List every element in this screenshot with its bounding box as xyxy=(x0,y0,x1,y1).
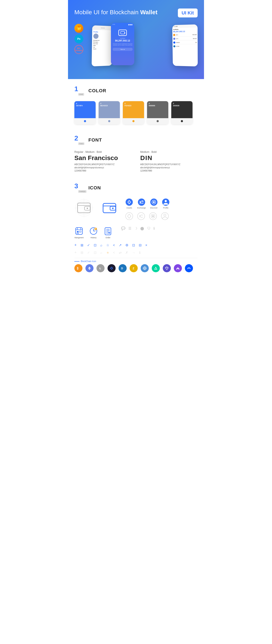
svg-rect-38 xyxy=(77,231,78,232)
svg-marker-3 xyxy=(80,28,81,30)
icon-discover: Discover xyxy=(150,198,158,209)
icon-exchange: Exchange xyxy=(137,198,146,209)
icon-matic xyxy=(174,264,182,272)
icon-wallet-filled xyxy=(100,198,119,218)
icon-moon: ☽ xyxy=(134,226,137,230)
icon-check-ghost: ✓ xyxy=(87,250,90,254)
icon-edit-ghost: ⊞ xyxy=(80,250,83,254)
svg-marker-66 xyxy=(165,266,168,270)
svg-point-25 xyxy=(165,200,167,202)
icon-management: Mangment xyxy=(74,226,84,239)
icon-blackcoin xyxy=(108,264,116,272)
hero-title: Mobile UI for Blockchain Wallet xyxy=(74,8,158,16)
phone-mockup-middle: 9:41 ⬤⬤⬤ myWallet $6,297,502.12 Characte… xyxy=(111,23,134,65)
screens-badge: 60+Screens xyxy=(74,45,83,54)
icon-check: ✓ xyxy=(87,243,90,247)
icon-share: ↗ xyxy=(119,243,122,247)
font-din: Medium · Bold DIN ABCDEFGHIJKLMNOPQRSTUV… xyxy=(140,150,198,172)
svg-point-20 xyxy=(138,198,145,206)
icon-ethereum xyxy=(86,264,94,272)
color-section: 1 ONE COLOR #3574FA #8DA0C8 #F5A623 xyxy=(68,79,204,128)
font-grid: Regular · Medium · Bold San Francisco AB… xyxy=(74,150,198,172)
icon-waves xyxy=(185,264,193,272)
svg-marker-27 xyxy=(128,214,131,218)
color-swatches: #3574FA #8DA0C8 #F5A623 #666666 xyxy=(74,101,198,124)
crypto-icons-row: ₿ Ł D Z xyxy=(74,264,198,272)
blockchain-icon-label: BlockChain Icon xyxy=(74,260,198,262)
ui-kit-badge: UI Kit xyxy=(178,8,198,18)
icon-search: ⌕ xyxy=(100,243,102,247)
icon-circle: ⬤ xyxy=(140,226,144,230)
svg-point-26 xyxy=(126,212,133,220)
svg-point-31 xyxy=(152,215,154,217)
icon-construction-grid xyxy=(74,198,94,218)
svg-marker-52 xyxy=(88,266,91,269)
phone-mockup-right: + 12-898 myWallet $6,297,502.12 BTC 738-… xyxy=(172,24,198,66)
svg-point-28 xyxy=(138,212,145,220)
svg-text:Ł: Ł xyxy=(100,267,101,270)
icon-plus-ghost: + xyxy=(74,250,77,255)
svg-point-33 xyxy=(164,214,166,216)
icon-plus: + xyxy=(74,243,77,248)
svg-text:₿: ₿ xyxy=(77,266,78,270)
icon-history: History xyxy=(89,226,98,239)
color-section-title: COLOR xyxy=(88,88,106,94)
svg-point-23 xyxy=(153,201,155,203)
svg-text:Z: Z xyxy=(132,267,134,270)
icon-litecoin: Ł xyxy=(96,264,104,272)
section-number-1: 1 ONE xyxy=(74,86,85,96)
svg-rect-43 xyxy=(105,228,111,235)
svg-rect-13 xyxy=(103,204,116,213)
icon-profile: Profile xyxy=(162,198,170,209)
icon-back: < xyxy=(113,243,115,247)
font-section-title: FONT xyxy=(88,137,102,143)
icon-chat: 💬 xyxy=(121,226,126,230)
utility-icons-row-2: + ⊞ ✓ ⊡ ⌕ ★ < ⇄ ✗ → ℹ xyxy=(74,250,198,255)
icon-x-ghost: ✗ xyxy=(126,250,128,254)
icon-section-title: ICON xyxy=(88,185,101,191)
color-card-orange: #F5A623 xyxy=(123,101,144,124)
icon-qr: ⊡ xyxy=(94,243,96,247)
color-card-steel: #8DA0C8 xyxy=(98,101,120,124)
icon-search-ghost: ⌕ xyxy=(100,251,102,254)
icon-expand: ⊟ xyxy=(139,243,142,247)
svg-point-15 xyxy=(112,208,114,209)
icon-star-filled: ★ xyxy=(106,250,109,254)
svg-text:D: D xyxy=(121,267,123,270)
icon-order: Order xyxy=(103,226,112,239)
color-card-blue: #3574FA xyxy=(74,101,96,124)
photoshop-badge: Ps xyxy=(74,34,83,43)
phone-mockup-left: Profile Management Messages Red Calls Ni… xyxy=(92,25,113,66)
svg-marker-2 xyxy=(76,28,77,30)
icon-steem xyxy=(152,264,160,272)
font-section: 2 TWO FONT Regular · Medium · Bold San F… xyxy=(68,128,204,176)
svg-rect-40 xyxy=(77,233,78,234)
svg-rect-34 xyxy=(76,228,82,234)
icon-gear: ⚙ xyxy=(126,243,128,247)
icon-back-ghost: < xyxy=(113,251,115,254)
icon-arrow-right: → xyxy=(132,251,135,254)
icon-zcash: Z xyxy=(130,264,138,272)
icon-grid xyxy=(141,264,149,272)
icon-diamond xyxy=(163,264,171,272)
icon-dash: D xyxy=(118,264,127,272)
utility-icons-row-1: + ⊞ ✓ ⊡ ⌕ ☆ < ↗ ⚙ ⊡ ⊟ × xyxy=(74,243,198,248)
sketch-badge xyxy=(74,24,83,33)
icon-download-box: ⊡ xyxy=(132,243,135,247)
icon-assets: Assets xyxy=(126,198,133,209)
section-number-3: 3 THREE xyxy=(74,182,85,193)
section-number-2: 2 TWO xyxy=(74,135,85,146)
icon-qr-ghost: ⊡ xyxy=(94,250,96,254)
icon-arrows-ghost: ⇄ xyxy=(119,250,122,254)
color-card-gray: #666666 xyxy=(147,101,168,124)
icon-layers: ☰ xyxy=(128,226,131,230)
icon-section: 3 THREE ICON xyxy=(68,176,204,283)
icon-edit: ⊞ xyxy=(80,243,83,247)
icon-speech: 🗨 xyxy=(147,226,150,230)
hero-section: Mobile UI for Blockchain Wallet UI Kit P… xyxy=(68,0,204,79)
icon-star: ☆ xyxy=(106,243,109,247)
color-card-dark: #303030 xyxy=(171,101,192,124)
svg-point-11 xyxy=(87,208,88,209)
icon-close: × xyxy=(145,243,147,247)
svg-rect-39 xyxy=(80,231,81,232)
